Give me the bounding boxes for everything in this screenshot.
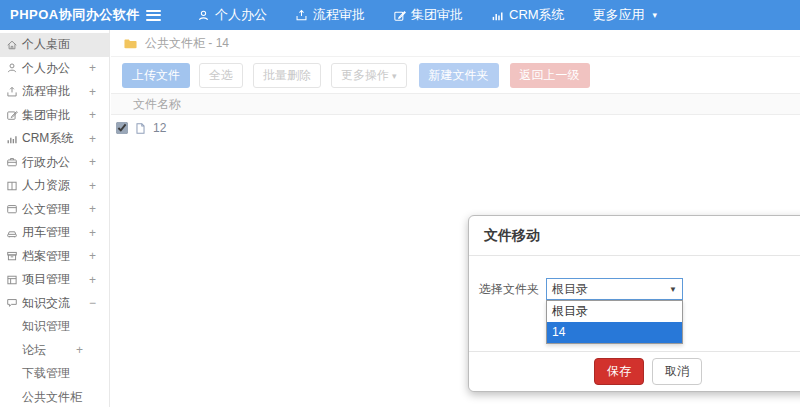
- expand-plus-icon[interactable]: +: [89, 249, 96, 263]
- folder-select[interactable]: 根目录 ▼: [546, 278, 683, 300]
- edit-icon: [6, 109, 18, 121]
- expand-plus-icon[interactable]: +: [89, 179, 96, 193]
- book-icon: [6, 180, 18, 192]
- caret-down-icon: ▾: [653, 10, 658, 20]
- sidebar-item-公文管理[interactable]: 公文管理+: [0, 198, 109, 222]
- cancel-button[interactable]: 取消: [652, 358, 702, 385]
- file-name-column-header: 文件名称: [133, 96, 181, 113]
- process-icon: [295, 9, 308, 22]
- sidebar-item-CRM系统[interactable]: CRM系统+: [0, 127, 109, 151]
- chart-icon: [6, 133, 18, 145]
- dialog-footer: 保存 取消: [469, 351, 800, 391]
- more-actions-button[interactable]: 更多操作▾: [331, 63, 407, 88]
- user-icon: [6, 62, 18, 74]
- nav-item-label: 更多应用: [593, 6, 645, 24]
- nav-item-4[interactable]: 更多应用▾: [579, 0, 672, 30]
- sidebar-item-label: 下载管理: [22, 365, 70, 382]
- sidebar-item-知识管理[interactable]: 知识管理: [0, 315, 109, 339]
- expand-plus-icon[interactable]: +: [89, 61, 96, 75]
- process-icon: [6, 86, 18, 98]
- file-table-header: 文件名称: [111, 93, 800, 115]
- sidebar-item-下载管理[interactable]: 下载管理: [0, 362, 109, 386]
- nav-item-label: 集团审批: [411, 6, 463, 24]
- sidebar-item-label: 个人办公: [22, 60, 70, 77]
- archive-icon: [6, 250, 18, 262]
- new-folder-button[interactable]: 新建文件夹: [419, 63, 499, 88]
- collapse-minus-icon[interactable]: −: [89, 296, 96, 310]
- caret-down-icon: ▾: [392, 71, 397, 81]
- nav-item-2[interactable]: 集团审批: [379, 0, 477, 30]
- home-icon: [6, 39, 18, 51]
- file-table-body: 12: [111, 115, 800, 141]
- app-header: PHPOA协同办公软件 个人办公流程审批集团审批CRM系统更多应用▾: [0, 0, 800, 30]
- sidebar-item-label: 流程审批: [22, 83, 70, 100]
- sidebar-item-个人桌面[interactable]: 个人桌面: [0, 33, 109, 57]
- expand-plus-icon[interactable]: +: [89, 155, 96, 169]
- file-icon: [134, 122, 147, 135]
- row-checkbox[interactable]: [116, 122, 128, 134]
- back-up-level-button[interactable]: 返回上一级: [510, 63, 590, 88]
- sidebar-item-label: 人力资源: [22, 177, 70, 194]
- nav-item-1[interactable]: 流程审批: [281, 0, 379, 30]
- expand-plus-icon[interactable]: +: [89, 273, 96, 287]
- nav-item-label: 流程审批: [313, 6, 365, 24]
- nav-item-label: 个人办公: [215, 6, 267, 24]
- sidebar-item-label: 公文管理: [22, 201, 70, 218]
- menu-toggle-icon[interactable]: [146, 10, 161, 21]
- car-icon: [6, 227, 18, 239]
- expand-plus-icon[interactable]: +: [89, 226, 96, 240]
- doc-icon: [6, 203, 18, 215]
- folder-icon: [123, 37, 138, 50]
- breadcrumb-text: 公共文件柜 - 14: [145, 35, 229, 52]
- sidebar-item-label: 个人桌面: [22, 36, 70, 53]
- sidebar-item-公共文件柜[interactable]: 公共文件柜: [0, 386, 109, 407]
- expand-plus-icon[interactable]: +: [76, 343, 83, 357]
- sidebar-item-label: CRM系统: [22, 130, 73, 147]
- sidebar-item-人力资源[interactable]: 人力资源+: [0, 174, 109, 198]
- user-icon: [197, 9, 210, 22]
- dialog-title: 文件移动: [469, 216, 800, 256]
- sidebar-item-知识交流[interactable]: 知识交流−: [0, 292, 109, 316]
- folder-option-根目录[interactable]: 根目录: [547, 301, 682, 322]
- expand-plus-icon[interactable]: +: [89, 202, 96, 216]
- nav-item-3[interactable]: CRM系统: [477, 0, 579, 30]
- nav-item-label: CRM系统: [509, 6, 565, 24]
- save-button[interactable]: 保存: [594, 358, 644, 385]
- expand-plus-icon[interactable]: +: [89, 85, 96, 99]
- upload-file-button[interactable]: 上传文件: [122, 63, 190, 88]
- folder-select-options: 根目录14: [546, 300, 683, 344]
- select-folder-label: 选择文件夹: [469, 278, 539, 300]
- toolbar: 上传文件 全选 批量删除 更多操作▾ 新建文件夹 返回上一级: [111, 63, 800, 88]
- folder-option-14[interactable]: 14: [547, 322, 682, 343]
- sidebar-item-行政办公[interactable]: 行政办公+: [0, 151, 109, 175]
- file-move-dialog: 文件移动 选择文件夹 根目录 ▼ 根目录14 保存 取消: [468, 215, 800, 392]
- select-all-button[interactable]: 全选: [199, 63, 243, 88]
- header-nav: 个人办公流程审批集团审批CRM系统更多应用▾: [183, 0, 671, 30]
- sidebar-item-label: 论坛: [22, 342, 46, 359]
- expand-plus-icon[interactable]: +: [89, 132, 96, 146]
- project-icon: [6, 274, 18, 286]
- expand-plus-icon[interactable]: +: [89, 108, 96, 122]
- table-row[interactable]: 12: [111, 115, 800, 141]
- sidebar-item-档案管理[interactable]: 档案管理+: [0, 245, 109, 269]
- sidebar-item-label: 用车管理: [22, 224, 70, 241]
- dialog-body: 选择文件夹 根目录 ▼ 根目录14: [469, 256, 800, 354]
- sidebar-item-项目管理[interactable]: 项目管理+: [0, 268, 109, 292]
- sidebar-item-label: 公共文件柜: [22, 389, 82, 406]
- sidebar-item-label: 知识交流: [22, 295, 70, 312]
- sidebar-item-用车管理[interactable]: 用车管理+: [0, 221, 109, 245]
- folder-select-value: 根目录: [552, 281, 588, 298]
- edit-icon: [393, 9, 406, 22]
- app-logo: PHPOA协同办公软件: [0, 6, 140, 24]
- nav-item-0[interactable]: 个人办公: [183, 0, 281, 30]
- chart-icon: [491, 9, 504, 22]
- caret-down-icon: ▼: [669, 285, 677, 294]
- sidebar-item-个人办公[interactable]: 个人办公+: [0, 57, 109, 81]
- sidebar-item-论坛[interactable]: 论坛+: [0, 339, 109, 363]
- sidebar-item-流程审批[interactable]: 流程审批+: [0, 80, 109, 104]
- file-name: 12: [153, 121, 166, 135]
- batch-delete-button[interactable]: 批量删除: [253, 63, 321, 88]
- sidebar-item-集团审批[interactable]: 集团审批+: [0, 104, 109, 128]
- breadcrumb: 公共文件柜 - 14: [111, 30, 800, 57]
- sidebar: 个人桌面个人办公+流程审批+集团审批+CRM系统+行政办公+人力资源+公文管理+…: [0, 30, 110, 407]
